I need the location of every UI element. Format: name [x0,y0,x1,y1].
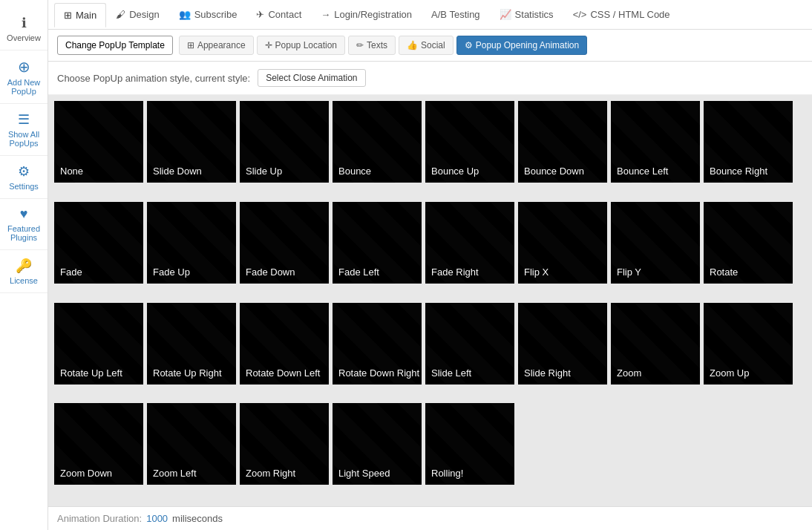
animation-item-fade-down[interactable]: Fade Down [240,202,329,284]
animation-item-bounce[interactable]: Bounce [333,101,422,183]
animation-item-label: Rotate Up Left [60,367,122,379]
animation-item-label: Bounce Left [617,166,668,177]
main-content: ⊞ Main 🖌 Design 👥 Subscribe ✈ Contact → … [48,0,812,530]
main-tab-icon: ⊞ [64,10,72,21]
texts-icon: ✏ [356,40,364,50]
sub-nav: ⊞ Appearance ✛ Popup Location ✏ Texts 👍 … [179,36,803,55]
contact-tab-icon: ✈ [256,9,264,20]
footer-bar: Animation Duration: 1000 miliseconds [48,506,812,530]
animation-item-label: Slide Down [153,166,202,177]
code-tab-icon: </> [573,9,587,20]
animation-item-zoom[interactable]: Zoom [611,303,700,385]
subscribe-tab-icon: 👥 [179,9,191,20]
animation-item-flip-x[interactable]: Flip X [518,202,607,284]
tab-login[interactable]: → Login/Registration [311,2,422,27]
info-icon: ℹ [22,15,27,31]
animation-item-label: Bounce Up [431,166,479,177]
animation-item-slide-down[interactable]: Slide Down [147,101,236,183]
animation-item-flip-y[interactable]: Flip Y [611,202,700,284]
animation-item-bounce-right[interactable]: Bounce Right [704,101,793,183]
tab-css-html[interactable]: </> CSS / HTML Code [563,2,680,27]
animation-item-rotate-up-left[interactable]: Rotate Up Left [54,303,143,385]
animation-item-bounce-down[interactable]: Bounce Down [518,101,607,183]
animation-item-label: Fade [60,266,82,278]
animation-item-label: Zoom Left [153,468,197,479]
tab-popup-location[interactable]: ✛ Popup Location [257,36,345,55]
animation-duration-value: 1000 [146,513,168,524]
design-tab-icon: 🖌 [116,9,125,20]
animation-item-bounce-left[interactable]: Bounce Left [611,101,700,183]
animation-item-zoom-right[interactable]: Zoom Right [240,403,329,485]
animation-item-label: Fade Up [153,266,190,278]
sidebar: ℹ Overview ⊕ Add New PopUp ☰ Show All Po… [0,0,48,530]
animation-header-label: Choose PopUp animation style, current st… [57,73,250,84]
animation-item-fade[interactable]: Fade [54,202,143,284]
animation-grid: NoneSlide DownSlide UpBounceBounce UpBou… [48,95,812,506]
animation-item-fade-left[interactable]: Fade Left [333,202,422,284]
tab-texts[interactable]: ✏ Texts [348,36,396,55]
sub-header: Change PopUp Template ⊞ Appearance ✛ Pop… [48,30,812,62]
tab-contact[interactable]: ✈ Contact [246,2,311,27]
tab-subscribe[interactable]: 👥 Subscribe [169,2,247,27]
animation-item-rotate-down-right[interactable]: Rotate Down Right [333,303,422,385]
sidebar-item-label: Overview [7,33,41,42]
sidebar-item-show-all-popups[interactable]: ☰ Show All PopUps [0,104,48,156]
sidebar-item-license[interactable]: 🔑 License [0,250,48,293]
animation-item-rotate[interactable]: Rotate [704,202,793,284]
top-nav: ⊞ Main 🖌 Design 👥 Subscribe ✈ Contact → … [48,0,812,30]
tab-ab-testing[interactable]: A/B Testing [422,2,490,27]
animation-item-label: Bounce Down [524,166,584,177]
sidebar-item-label: Show All PopUps [4,130,44,148]
sidebar-item-add-new-popup[interactable]: ⊕ Add New PopUp [0,50,48,104]
animation-header: Choose PopUp animation style, current st… [48,62,812,95]
animation-item-label: Bounce [338,166,371,177]
select-close-animation-button[interactable]: Select Close Animation [258,69,365,87]
sidebar-item-overview[interactable]: ℹ Overview [0,7,48,50]
tab-main[interactable]: ⊞ Main [54,3,106,27]
animation-item-rotate-up-right[interactable]: Rotate Up Right [147,303,236,385]
sidebar-item-label: Featured Plugins [4,224,44,242]
animation-item-label: Rotate Up Right [153,367,222,379]
sidebar-item-label: Add New PopUp [4,78,44,96]
animation-item-fade-right[interactable]: Fade Right [425,202,514,284]
animation-item-bounce-up[interactable]: Bounce Up [425,101,514,183]
tab-design[interactable]: 🖌 Design [106,2,168,27]
key-icon: 🔑 [16,258,32,274]
tab-statistics[interactable]: 📈 Statistics [490,2,563,27]
animation-item-slide-right[interactable]: Slide Right [518,303,607,385]
animation-item-zoom-left[interactable]: Zoom Left [147,403,236,485]
animation-item-label: Bounce Right [710,166,767,177]
sidebar-item-settings[interactable]: ⚙ Settings [0,156,48,199]
animation-item-none[interactable]: None [54,101,143,183]
location-icon: ✛ [265,40,272,50]
animation-item-rotate-down-left[interactable]: Rotate Down Left [240,303,329,385]
animation-item-label: Zoom Right [246,468,295,479]
appearance-icon: ⊞ [187,40,194,50]
animation-duration-label: Animation Duration: [57,513,142,524]
animation-item-label: Flip Y [617,266,641,278]
animation-item-label: None [60,166,83,177]
animation-item-label: Zoom [617,367,641,379]
animation-item-slide-up[interactable]: Slide Up [240,101,329,183]
animation-item-slide-left[interactable]: Slide Left [425,303,514,385]
animation-item-light-speed[interactable]: Light Speed [333,403,422,485]
animation-item-zoom-up[interactable]: Zoom Up [704,303,793,385]
tab-social[interactable]: 👍 Social [399,36,454,55]
sidebar-item-label: License [10,276,38,285]
tab-popup-opening-animation[interactable]: ⚙ Popup Opening Animation [456,36,587,55]
animation-item-label: Zoom Down [60,468,112,479]
animation-item-label: Rotate [710,266,738,278]
animation-item-label: Flip X [524,266,549,278]
heart-icon: ♥ [20,206,28,222]
change-template-button[interactable]: Change PopUp Template [57,36,173,55]
sidebar-item-label: Settings [9,182,39,191]
animation-item-rolling[interactable]: Rolling! [425,403,514,485]
tab-appearance[interactable]: ⊞ Appearance [179,36,254,55]
list-icon: ☰ [18,111,30,128]
statistics-tab-icon: 📈 [500,9,511,20]
sidebar-item-featured-plugins[interactable]: ♥ Featured Plugins [0,199,48,250]
animation-item-label: Zoom Up [710,367,749,379]
animation-item-fade-up[interactable]: Fade Up [147,202,236,284]
animation-item-label: Fade Left [338,266,379,278]
animation-item-zoom-down[interactable]: Zoom Down [54,403,143,485]
